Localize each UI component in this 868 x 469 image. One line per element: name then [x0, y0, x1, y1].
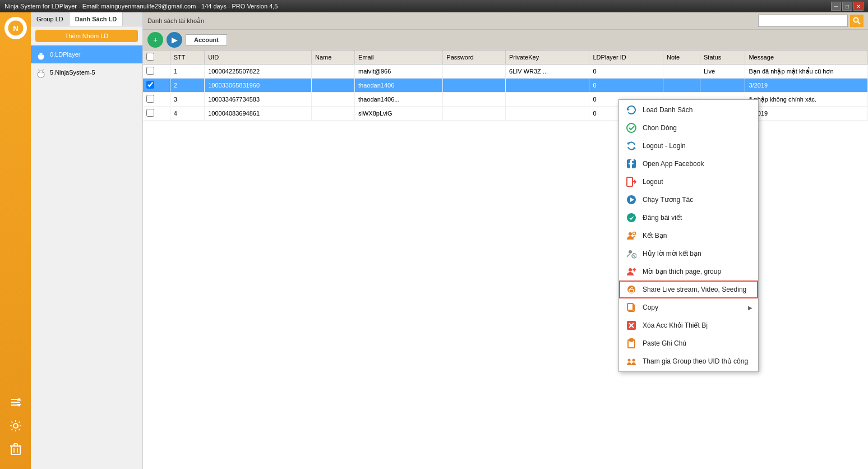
accounts-table: STT UID Name Email Password PrivateKey L…	[143, 50, 868, 121]
cell-message: ã nhập không chính xác.	[745, 93, 868, 107]
cell-stt: 1	[170, 65, 205, 79]
cell-name	[311, 65, 354, 79]
svg-point-20	[41, 72, 43, 73]
left-panel: Group LD Danh Sách LD Thêm Nhóm LD 0.LDP…	[31, 12, 143, 469]
cell-message: 3/2019	[745, 79, 868, 93]
device-item-0[interactable]: 0.LDPlayer	[31, 45, 142, 63]
svg-rect-10	[14, 444, 17, 446]
cell-message: 6/2019	[745, 107, 868, 121]
search-input[interactable]	[758, 15, 848, 27]
cell-privatekey	[505, 93, 589, 107]
select-all-checkbox[interactable]	[146, 53, 154, 61]
menu-item-share-live[interactable]: Share Live stream, Video, Seeding	[619, 281, 758, 298]
close-button[interactable]: ✕	[853, 2, 864, 11]
menu-label-copy: Copy	[643, 304, 658, 311]
add-button[interactable]: +	[147, 32, 163, 48]
menu-item-chon-dong[interactable]: Chọn Dòng	[619, 119, 758, 137]
top-bar: Danh sách tài khoản	[143, 12, 868, 30]
search-button[interactable]	[850, 15, 864, 27]
cell-privatekey: 6LIV WR3Z ...	[505, 65, 589, 79]
main-area: Danh sách tài khoản + ▶ Account STT	[143, 12, 868, 469]
cell-email: slWX8pLviG	[355, 107, 443, 121]
svg-point-7	[13, 424, 18, 428]
account-tab[interactable]: Account	[186, 34, 227, 45]
menu-item-huy-loi-moi[interactable]: Hủy lời mời kết bạn	[619, 245, 758, 263]
menu-item-logout[interactable]: Logout	[619, 173, 758, 191]
svg-line-22	[43, 70, 44, 71]
logout-icon	[626, 176, 637, 187]
facebook-icon	[626, 158, 637, 169]
menu-item-paste-ghi-chu[interactable]: Paste Ghi Chú	[619, 334, 758, 352]
android-icon-0	[35, 49, 47, 60]
menu-label-dang-bai-viet: Đăng bài viết	[643, 214, 682, 222]
menu-item-open-facebook[interactable]: Open App Facebook	[619, 155, 758, 173]
refresh-icon	[626, 104, 637, 116]
invite-icon	[626, 266, 637, 277]
device-item-5[interactable]: 5.NinjaSystem-5	[31, 63, 142, 81]
cell-password	[443, 107, 506, 121]
menu-item-load-danh-sach[interactable]: Load Danh Sách	[619, 101, 758, 119]
menu-item-copy[interactable]: Copy▶	[619, 298, 758, 316]
app-logo: N	[4, 17, 27, 39]
table-body: 1 100004225507822 maivit@966 6LIV WR3Z .…	[143, 65, 868, 121]
table-row[interactable]: 3 100033467734583 thaodan1406... 0 ã nhậ…	[143, 93, 868, 107]
table-row[interactable]: 1 100004225507822 maivit@966 6LIV WR3Z .…	[143, 65, 868, 79]
cell-privatekey	[505, 107, 589, 121]
svg-line-21	[39, 70, 40, 71]
settings-icon[interactable]	[7, 417, 24, 434]
col-note: Note	[663, 50, 700, 65]
titlebar-controls: ─ □ ✕	[831, 2, 864, 11]
row-checkbox[interactable]	[146, 109, 154, 117]
col-ldplayer-id: LDPlayer ID	[589, 50, 663, 65]
col-message: Message	[745, 50, 868, 65]
submenu-arrow-icon: ▶	[748, 305, 752, 311]
svg-point-14	[39, 54, 40, 55]
cell-email: maivit@966	[355, 65, 443, 79]
menu-item-dang-bai-viet[interactable]: Đăng bài viết	[619, 209, 758, 227]
row-checkbox[interactable]	[146, 67, 154, 75]
menu-label-ket-ban: Kết Bạn	[643, 232, 667, 240]
add-group-button[interactable]: Thêm Nhóm LD	[35, 30, 138, 42]
cell-name	[311, 107, 354, 121]
col-stt: STT	[170, 50, 205, 65]
android-icon-5	[35, 67, 47, 78]
menu-item-tham-gia-group[interactable]: Tham gia Group theo UID thủ công	[619, 352, 758, 370]
cell-note	[663, 65, 700, 79]
run-button[interactable]: ▶	[167, 32, 182, 48]
cell-ldplayer-id: 0	[589, 65, 663, 79]
minimize-button[interactable]: ─	[831, 2, 841, 11]
col-email: Email	[355, 50, 443, 65]
svg-point-33	[633, 232, 636, 235]
sort-icon[interactable]	[7, 394, 24, 411]
menu-item-logout-login[interactable]: Logout - Login	[619, 137, 758, 155]
menu-item-xoa-acc[interactable]: Xóa Acc Khỏi Thiết Bị	[619, 316, 758, 334]
svg-rect-8	[11, 446, 20, 454]
table-row[interactable]: 2 100033065831960 thaodan1406 0 3/2019	[143, 79, 868, 93]
maximize-button[interactable]: □	[842, 2, 852, 11]
titlebar: Ninja System for LDPlayer - Email: maing…	[0, 0, 868, 12]
sidebar-bottom	[7, 394, 24, 458]
cell-ldplayer-id: 0	[589, 79, 663, 93]
cell-uid: 100033065831960	[205, 79, 312, 93]
cell-name	[311, 79, 354, 93]
trash-icon[interactable]	[7, 441, 24, 458]
svg-point-49	[628, 359, 631, 362]
friends-icon	[626, 230, 637, 241]
play-icon	[626, 194, 637, 205]
menu-item-moi-ban-thich[interactable]: Mời bạn thích page, group	[619, 263, 758, 281]
cell-check	[143, 93, 170, 107]
svg-line-17	[43, 52, 44, 53]
row-checkbox[interactable]	[146, 95, 154, 103]
cell-status: Live	[700, 65, 745, 79]
table-container: STT UID Name Email Password PrivateKey L…	[143, 50, 868, 469]
cell-uid: 100033467734583	[205, 93, 312, 107]
sidebar: N	[0, 12, 31, 469]
sync-icon	[626, 140, 637, 151]
tab-danh-sach-ld[interactable]: Danh Sách LD	[70, 12, 123, 26]
menu-item-ket-ban[interactable]: Kết Bạn	[619, 227, 758, 245]
context-menu: Load Danh SáchChọn DòngLogout - LoginOpe…	[618, 99, 759, 372]
table-row[interactable]: 4 100004083694861 slWX8pLviG 0 6/2019	[143, 107, 868, 121]
row-checkbox[interactable]	[146, 81, 154, 89]
menu-item-chay-tuong-tac[interactable]: Chạy Tương Tác	[619, 191, 758, 209]
tab-group-ld[interactable]: Group LD	[31, 12, 70, 26]
